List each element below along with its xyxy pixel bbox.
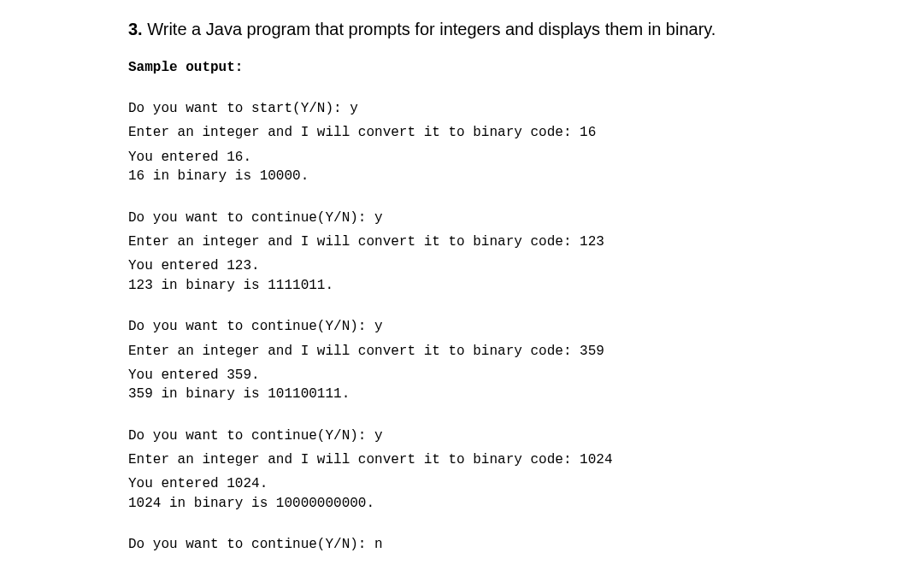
- output-line: You entered 16.: [128, 148, 785, 167]
- output-line: Enter an integer and I will convert it t…: [128, 123, 785, 142]
- output-line: Enter an integer and I will convert it t…: [128, 450, 785, 469]
- output-line: Do you want to continue(Y/N): y: [128, 209, 785, 227]
- sample-output-label: Sample output:: [128, 60, 785, 75]
- output-line: You entered 359.: [128, 366, 785, 385]
- output-block: Do you want to continue(Y/N): y Enter an…: [128, 209, 785, 296]
- output-line: Do you want to start(Y/N): y: [128, 99, 785, 118]
- output-line: 16 in binary is 10000.: [128, 167, 785, 185]
- output-line: You entered 123.: [128, 256, 785, 275]
- question-text: 3. Write a Java program that prompts for…: [128, 17, 785, 41]
- output-line: Do you want to continue(Y/N): y: [128, 426, 785, 445]
- output-block: Do you want to continue(Y/N): y Enter an…: [128, 317, 785, 404]
- output-line: Enter an integer and I will convert it t…: [128, 232, 785, 251]
- question-body: Write a Java program that prompts for in…: [147, 20, 716, 38]
- sample-output: Do you want to start(Y/N): y Enter an in…: [128, 99, 785, 555]
- document-content: 3. Write a Java program that prompts for…: [0, 0, 913, 585]
- output-line: You entered 1024.: [128, 474, 785, 493]
- output-block: Do you want to start(Y/N): y Enter an in…: [128, 99, 785, 186]
- output-line: Enter an integer and I will convert it t…: [128, 342, 785, 361]
- output-line: Do you want to continue(Y/N): y: [128, 317, 785, 336]
- output-line: 123 in binary is 1111011.: [128, 276, 785, 295]
- question-number: 3.: [128, 20, 143, 38]
- output-line: Do you want to continue(Y/N): n: [128, 535, 785, 554]
- output-line: 359 in binary is 101100111.: [128, 385, 785, 403]
- output-line: 1024 in binary is 10000000000.: [128, 494, 785, 513]
- output-block: Do you want to continue(Y/N): y Enter an…: [128, 426, 785, 514]
